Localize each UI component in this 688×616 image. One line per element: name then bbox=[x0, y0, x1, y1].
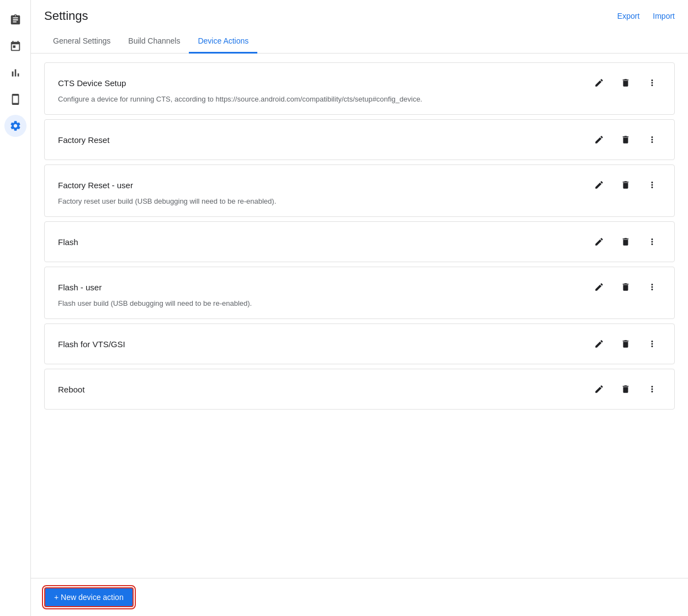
action-card-title: Flash - user bbox=[58, 283, 102, 292]
action-card-description: Configure a device for running CTS, acco… bbox=[58, 95, 661, 103]
action-card-title: CTS Device Setup bbox=[58, 78, 126, 88]
edit-icon[interactable] bbox=[590, 131, 608, 148]
main-content: Settings Export Import General Settings … bbox=[31, 0, 688, 616]
delete-icon[interactable] bbox=[617, 131, 634, 148]
action-card-header: Factory Reset bbox=[58, 131, 661, 148]
action-card-title: Flash bbox=[58, 237, 78, 247]
action-card-title: Reboot bbox=[58, 385, 84, 394]
more-options-icon[interactable] bbox=[643, 233, 661, 251]
sidebar-item-chart[interactable] bbox=[4, 62, 27, 84]
action-card-header: Flash - user bbox=[58, 278, 661, 296]
delete-icon[interactable] bbox=[617, 233, 634, 251]
edit-icon[interactable] bbox=[590, 335, 608, 353]
delete-icon[interactable] bbox=[617, 278, 634, 296]
edit-icon[interactable] bbox=[590, 380, 608, 398]
edit-icon[interactable] bbox=[590, 233, 608, 251]
sidebar-item-clipboard[interactable] bbox=[4, 9, 27, 31]
new-device-action-button[interactable]: + New device action bbox=[44, 587, 134, 607]
sidebar-item-calendar[interactable] bbox=[4, 35, 27, 57]
action-card-icons bbox=[590, 74, 661, 92]
edit-icon[interactable] bbox=[590, 278, 608, 296]
more-options-icon[interactable] bbox=[643, 131, 661, 148]
more-options-icon[interactable] bbox=[643, 380, 661, 398]
action-card: Factory Reset - userFactory reset user b… bbox=[44, 164, 675, 217]
action-card-icons bbox=[590, 233, 661, 251]
action-card-header: Flash bbox=[58, 233, 661, 251]
page-title: Settings bbox=[44, 9, 88, 23]
tab-device-actions[interactable]: Device Actions bbox=[189, 30, 257, 54]
sidebar bbox=[0, 0, 31, 616]
action-card-header: Factory Reset - user bbox=[58, 176, 661, 194]
action-card: Flash - userFlash user build (USB debugg… bbox=[44, 267, 675, 319]
sidebar-item-device[interactable] bbox=[4, 88, 27, 110]
delete-icon[interactable] bbox=[617, 176, 634, 194]
tabs: General Settings Build Channels Device A… bbox=[31, 30, 688, 54]
more-options-icon[interactable] bbox=[643, 335, 661, 353]
action-card-icons bbox=[590, 278, 661, 296]
export-link[interactable]: Export bbox=[617, 12, 639, 20]
action-card-description: Flash user build (USB debugging will nee… bbox=[58, 299, 661, 307]
bottom-bar: + New device action bbox=[31, 578, 688, 616]
action-card: CTS Device SetupConfigure a device for r… bbox=[44, 62, 675, 115]
delete-icon[interactable] bbox=[617, 380, 634, 398]
action-card-description: Factory reset user build (USB debugging … bbox=[58, 197, 661, 205]
action-card-icons bbox=[590, 335, 661, 353]
action-card-icons bbox=[590, 380, 661, 398]
delete-icon[interactable] bbox=[617, 74, 634, 92]
action-card-icons bbox=[590, 131, 661, 148]
action-card-title: Factory Reset - user bbox=[58, 180, 133, 190]
more-options-icon[interactable] bbox=[643, 74, 661, 92]
header-actions: Export Import bbox=[617, 12, 675, 20]
action-card-title: Flash for VTS/GSI bbox=[58, 339, 125, 349]
action-card-title: Factory Reset bbox=[58, 135, 109, 145]
action-card-icons bbox=[590, 176, 661, 194]
header: Settings Export Import bbox=[31, 0, 688, 23]
action-card: Reboot bbox=[44, 369, 675, 410]
action-card: Flash bbox=[44, 221, 675, 262]
import-link[interactable]: Import bbox=[653, 12, 675, 20]
action-card: Flash for VTS/GSI bbox=[44, 323, 675, 364]
more-options-icon[interactable] bbox=[643, 176, 661, 194]
delete-icon[interactable] bbox=[617, 335, 634, 353]
action-card-header: CTS Device Setup bbox=[58, 74, 661, 92]
sidebar-item-settings[interactable] bbox=[4, 115, 27, 137]
tab-general-settings[interactable]: General Settings bbox=[44, 30, 119, 54]
edit-icon[interactable] bbox=[590, 176, 608, 194]
action-card-header: Reboot bbox=[58, 380, 661, 398]
more-options-icon[interactable] bbox=[643, 278, 661, 296]
action-card: Factory Reset bbox=[44, 119, 675, 160]
tab-build-channels[interactable]: Build Channels bbox=[119, 30, 189, 54]
content-area: CTS Device SetupConfigure a device for r… bbox=[31, 54, 688, 578]
edit-icon[interactable] bbox=[590, 74, 608, 92]
action-card-header: Flash for VTS/GSI bbox=[58, 335, 661, 353]
